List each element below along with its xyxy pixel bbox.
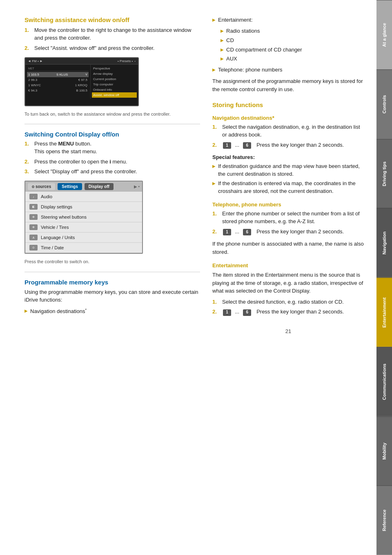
settings-screen-mockup: o sources Settings Display off ▶ • ♪ Aud… — [24, 181, 143, 254]
settings-item-vehicle: ⊕ Vehicle / Tires — [25, 222, 142, 233]
sidebar-tab-driving-tips[interactable]: Driving tips — [376, 139, 392, 208]
ent-intro: The item stored in the Entertainment men… — [212, 271, 364, 295]
settings-item-display: ◧ Display settings — [25, 202, 142, 212]
radio-screen-mockup: ◄ FM • ► • Presets • • MET 1 103.5 S KLU… — [24, 57, 139, 106]
bullet-phone: ▶ Telephone: phone numbers — [212, 66, 364, 74]
phone-step-1: 1. Enter the phone number or select the … — [212, 210, 364, 226]
bullet-nav-destinations: ▶ Navigation destinations* — [24, 307, 200, 316]
nav-steps: 1. Select the navigation destination, e.… — [212, 123, 364, 149]
bullet-aux: ▶ AUX — [220, 55, 364, 63]
screen-row-4: € 94.3 B 100.5 — [27, 88, 89, 93]
settings-item-audio: ♪ Audio — [25, 192, 142, 202]
triangle-icon-nav: ▶ — [24, 308, 28, 316]
steering-icon: ⊕ — [29, 214, 38, 220]
key-badge-ent-1: 1 — [223, 309, 231, 316]
step-2: 2. Select "Assist. window off" and press… — [24, 45, 200, 52]
entertainment-sub-bullets: ▶ Radio stations ▶ CD ▶ CD compartment o… — [220, 27, 364, 63]
screen-right-menu: Perspective Arrow display Current positi… — [91, 65, 138, 99]
section-title-assistance: Switching assistance window on/off — [24, 16, 200, 23]
divider-1 — [24, 124, 200, 124]
main-content: Switching assistance window on/off 1. Mo… — [0, 0, 376, 351]
sidebar-tab-entertainment[interactable]: Entertainment — [376, 278, 392, 347]
settings-item-steering: ⊕ Steering wheel buttons — [25, 212, 142, 222]
page-number: 21 — [212, 328, 364, 334]
time-icon: ⊙ — [29, 245, 38, 251]
triangle-icon-aux: ▶ — [220, 56, 224, 63]
ent-step-2: 2. 1 ... 6 Press the key longer than 2 s… — [212, 308, 364, 316]
audio-icon: ♪ — [29, 194, 38, 199]
prog-keys-intro: Using the programmable memory keys, you … — [24, 288, 200, 304]
key-badge-1: 1 — [223, 142, 231, 149]
key-badge-ent-6: 6 — [243, 309, 251, 316]
assignment-note: The assignment of the programmable memor… — [212, 77, 364, 93]
step-1: 1. Move the controller to the right to c… — [24, 27, 200, 42]
bullet-cd-changer: ▶ CD compartment of CD changer — [220, 46, 364, 54]
display-icon: ◧ — [29, 204, 38, 210]
display-footnote: Press the controller to switch on. — [24, 259, 200, 265]
assistance-steps: 1. Move the controller to the right to c… — [24, 27, 200, 52]
screen-row-2: 2 99.3 € 97.5 — [27, 77, 89, 83]
divider-2 — [24, 272, 200, 272]
triangle-icon-cd-changer: ▶ — [220, 47, 224, 54]
screen-row-1: 1 103.5 S KLUS Y — [27, 72, 89, 77]
phone-bullet: ▶ Telephone: phone numbers — [212, 66, 364, 74]
sidebar-tab-mobility[interactable]: Mobility — [376, 416, 392, 486]
display-step-1: 1. Press the MENU button.This opens the … — [24, 140, 200, 156]
right-column: ▶ Entertainment: ▶ Radio stations ▶ CD ▶… — [212, 16, 364, 334]
key-badge-phone-1: 1 — [223, 229, 231, 235]
screen-body: MET 1 103.5 S KLUS Y 2 99.3 € 97.5 1 W — [25, 65, 138, 99]
key-badge-phone-6: 6 — [243, 229, 251, 235]
triangle-icon-entertainment: ▶ — [212, 17, 216, 24]
triangle-icon-cd: ▶ — [220, 38, 224, 45]
ent-steps: 1. Select the desired function, e.g. rad… — [212, 298, 364, 316]
assistance-footnote: To turn back on, switch to the assistanc… — [24, 111, 200, 117]
section-title-display: Switching Control Display off/on — [24, 131, 200, 138]
bullet-entertainment: ▶ Entertainment: — [212, 16, 364, 24]
settings-top-bar: o sources Settings Display off ▶ • — [25, 181, 142, 192]
sidebar-tab-navigation[interactable]: Navigation — [376, 208, 392, 278]
top-bullets: ▶ Entertainment: — [212, 16, 364, 24]
ent-step-1: 1. Select the desired function, e.g. rad… — [212, 298, 364, 306]
bullet-radio: ▶ Radio stations — [220, 27, 364, 35]
key-badge-6: 6 — [243, 142, 251, 149]
settings-item-time: ⊙ Time / Date — [25, 243, 142, 253]
special-features-bullets: ▶ If destination guidance and the map vi… — [212, 163, 364, 195]
display-step-2: 2. Press the controller to open the i me… — [24, 158, 200, 166]
phone-steps: 1. Enter the phone number or select the … — [212, 210, 364, 236]
vehicle-icon: ⊕ — [29, 224, 38, 230]
section-title-prog-keys: Programmable memory keys — [24, 279, 200, 286]
settings-item-language: A Language / Units — [25, 233, 142, 243]
subsection-title-nav: Navigation destinations* — [212, 115, 364, 121]
display-steps: 1. Press the MENU button.This opens the … — [24, 140, 200, 176]
triangle-icon-special-1: ▶ — [212, 163, 216, 178]
sidebar-tab-communications[interactable]: Communications — [376, 347, 392, 416]
triangle-icon-phone: ▶ — [212, 67, 216, 74]
section-title-storing: Storing functions — [212, 101, 364, 108]
section-switching-display: Switching Control Display off/on 1. Pres… — [24, 131, 200, 265]
special-bullet-2: ▶ If the destination is entered via map,… — [212, 180, 364, 195]
triangle-icon-special-2: ▶ — [212, 181, 216, 195]
subsection-title-ent: Entertainment — [212, 262, 364, 269]
screen-top-bar: ◄ FM • ► • Presets • • — [25, 58, 138, 65]
screen-left: MET 1 103.5 S KLUS Y 2 99.3 € 97.5 1 W — [25, 65, 91, 99]
language-icon: A — [29, 235, 38, 240]
sidebar: At a glance Controls Driving tips Naviga… — [376, 0, 392, 555]
nav-step-1: 1. Select the navigation destination, e.… — [212, 123, 364, 139]
nav-step-2: 2. 1 ... 6 Press the key longer than 2 s… — [212, 141, 364, 149]
phone-note: If the phone number is associated with a… — [212, 240, 364, 256]
sidebar-tab-at-a-glance[interactable]: At a glance — [376, 0, 392, 69]
special-features-label: Special features: — [212, 153, 364, 161]
triangle-icon-radio: ▶ — [220, 28, 224, 35]
left-column: Switching assistance window on/off 1. Mo… — [24, 16, 200, 334]
phone-step-2: 2. 1 ... 6 Press the key longer than 2 s… — [212, 228, 364, 236]
section-programmable-keys: Programmable memory keys Using the progr… — [24, 279, 200, 316]
sidebar-tab-controls[interactable]: Controls — [376, 69, 392, 139]
special-bullet-1: ▶ If destination guidance and the map vi… — [212, 163, 364, 178]
subsection-title-phone: Telephone, phone numbers — [212, 201, 364, 208]
prog-keys-bullets: ▶ Navigation destinations* — [24, 307, 200, 316]
sidebar-tab-reference[interactable]: Reference — [376, 486, 392, 555]
display-step-3: 3. Select "Display off" and press the co… — [24, 168, 200, 176]
section-switching-assistance: Switching assistance window on/off 1. Mo… — [24, 16, 200, 117]
screen-row-3: 1 WNYC 1 KROQ — [27, 83, 89, 88]
bullet-cd: ▶ CD — [220, 37, 364, 45]
